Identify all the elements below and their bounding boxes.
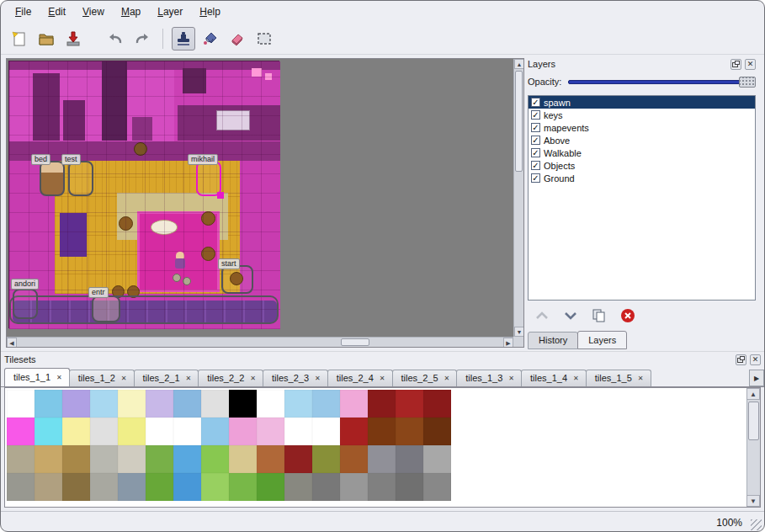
tileset-tile[interactable]: [229, 390, 257, 418]
tileset-tile[interactable]: [146, 445, 173, 473]
layer-visibility-checkbox[interactable]: ✓: [531, 161, 540, 170]
tileset-tile[interactable]: [62, 418, 90, 445]
tileset-tile[interactable]: [118, 418, 146, 445]
tileset-tile[interactable]: [340, 418, 368, 445]
map-object-bed[interactable]: [40, 161, 65, 196]
map-object-andori[interactable]: [13, 289, 38, 319]
lower-layer-button[interactable]: [561, 306, 580, 325]
tileset-tile[interactable]: [396, 473, 423, 501]
tab-close-icon[interactable]: ✕: [250, 375, 256, 382]
scroll-right-icon[interactable]: ▶: [503, 338, 513, 348]
tileset-tile[interactable]: [62, 445, 90, 473]
tileset-tile[interactable]: [284, 418, 312, 445]
tileset-tile[interactable]: [7, 473, 35, 501]
tab-close-icon[interactable]: ✕: [444, 375, 450, 382]
dock-float-button[interactable]: [736, 354, 746, 365]
tab-close-icon[interactable]: ✕: [56, 374, 62, 381]
duplicate-layer-button[interactable]: [590, 306, 608, 325]
tileset-tile[interactable]: [257, 390, 284, 418]
tileset-tile[interactable]: [90, 473, 118, 501]
tileset-tile[interactable]: [173, 418, 201, 445]
map-vertical-scrollbar[interactable]: ▲ ▼: [513, 59, 523, 337]
layer-visibility-checkbox[interactable]: ✓: [531, 173, 540, 183]
scroll-left-icon[interactable]: ◀: [7, 338, 17, 348]
tileset-tile[interactable]: [35, 418, 62, 445]
tileset-tile[interactable]: [201, 445, 229, 473]
opacity-slider[interactable]: [568, 76, 756, 88]
tileset-tile[interactable]: [423, 473, 451, 501]
save-button[interactable]: [61, 27, 85, 51]
layer-visibility-checkbox[interactable]: ✓: [531, 98, 540, 107]
dock-close-button[interactable]: ✕: [750, 354, 761, 365]
tileset-tile[interactable]: [423, 390, 451, 418]
menu-file[interactable]: File: [8, 3, 39, 20]
layer-visibility-checkbox[interactable]: ✓: [531, 110, 540, 120]
tileset-tile[interactable]: [229, 418, 257, 445]
layer-row-spawn[interactable]: ✓spawn: [529, 96, 755, 109]
layer-row-Objects[interactable]: ✓Objects: [529, 159, 755, 172]
tileset-tab-tiles_2_2[interactable]: tiles_2_2✕: [198, 370, 263, 386]
tileset-tile[interactable]: [340, 473, 368, 501]
tab-history[interactable]: History: [528, 332, 578, 349]
tileset-tile[interactable]: [62, 473, 90, 501]
map-object-outline[interactable]: [9, 295, 279, 324]
tileset-tile[interactable]: [173, 445, 201, 473]
tileset-tab-tiles_2_5[interactable]: tiles_2_5✕: [392, 370, 458, 386]
tileset-vertical-scrollbar[interactable]: ▲ ▼: [746, 388, 760, 507]
opacity-slider-handle[interactable]: [739, 77, 756, 88]
scroll-down-icon[interactable]: ▼: [514, 327, 524, 337]
open-file-button[interactable]: [35, 27, 58, 51]
dock-float-button[interactable]: [730, 59, 741, 70]
tileset-tab-tiles_1_3[interactable]: tiles_1_3✕: [456, 370, 522, 386]
tileset-tile[interactable]: [368, 390, 396, 418]
layer-visibility-checkbox[interactable]: ✓: [531, 136, 540, 145]
tab-layers[interactable]: Layers: [577, 331, 627, 349]
tileset-tile[interactable]: [284, 390, 312, 418]
tileset-tab-tiles_1_2[interactable]: tiles_1_2✕: [69, 370, 135, 386]
tileset-tab-tiles_2_3[interactable]: tiles_2_3✕: [263, 370, 328, 386]
tab-close-icon[interactable]: ✕: [121, 375, 127, 382]
tileset-tab-tiles_1_1[interactable]: tiles_1_1✕: [4, 368, 70, 386]
tileset-tile[interactable]: [146, 473, 173, 501]
tileset-tile[interactable]: [146, 390, 173, 418]
tileset-tile[interactable]: [423, 418, 451, 445]
dock-close-button[interactable]: ✕: [745, 59, 756, 70]
layer-row-Ground[interactable]: ✓Ground: [529, 172, 755, 184]
undo-button[interactable]: [104, 27, 127, 51]
tab-close-icon[interactable]: ✕: [380, 375, 385, 382]
map-canvas[interactable]: bed test mikhail start entr andori: [8, 61, 279, 328]
tileset-tile[interactable]: [284, 473, 312, 501]
map-object-test[interactable]: [68, 161, 93, 196]
layer-visibility-checkbox[interactable]: ✓: [531, 123, 540, 132]
tileset-tile[interactable]: [229, 445, 257, 473]
tileset-tile[interactable]: [257, 418, 284, 445]
tileset-tile[interactable]: [173, 473, 201, 501]
tileset-tile[interactable]: [90, 418, 118, 445]
tileset-tab-tiles_1_4[interactable]: tiles_1_4✕: [521, 370, 587, 386]
tileset-tile[interactable]: [312, 418, 340, 445]
layer-row-Above[interactable]: ✓Above: [529, 134, 755, 146]
tileset-grid[interactable]: [7, 390, 451, 501]
tileset-tile[interactable]: [340, 445, 368, 473]
tileset-tile[interactable]: [368, 418, 396, 445]
eraser-tool-button[interactable]: [226, 27, 249, 51]
tileset-tile[interactable]: [118, 390, 146, 418]
scroll-up-icon[interactable]: ▲: [746, 388, 760, 400]
tileset-tile[interactable]: [340, 390, 368, 418]
tab-close-icon[interactable]: ✕: [186, 375, 192, 382]
tileset-tile[interactable]: [312, 473, 340, 501]
tileset-tile[interactable]: [7, 445, 35, 473]
fill-tool-button[interactable]: [199, 27, 222, 51]
tileset-tile[interactable]: [201, 390, 229, 418]
menu-help[interactable]: Help: [192, 3, 228, 20]
layer-row-keys[interactable]: ✓keys: [529, 109, 755, 121]
tab-close-icon[interactable]: ✕: [508, 375, 514, 382]
stamp-tool-button[interactable]: [172, 27, 195, 51]
menu-edit[interactable]: Edit: [40, 3, 73, 20]
raise-layer-button[interactable]: [533, 306, 551, 325]
menu-layer[interactable]: Layer: [150, 3, 190, 20]
opacity-slider-track[interactable]: [568, 80, 752, 84]
tileset-tile[interactable]: [35, 445, 62, 473]
tileset-tile[interactable]: [35, 473, 62, 501]
tileset-tile[interactable]: [312, 445, 340, 473]
